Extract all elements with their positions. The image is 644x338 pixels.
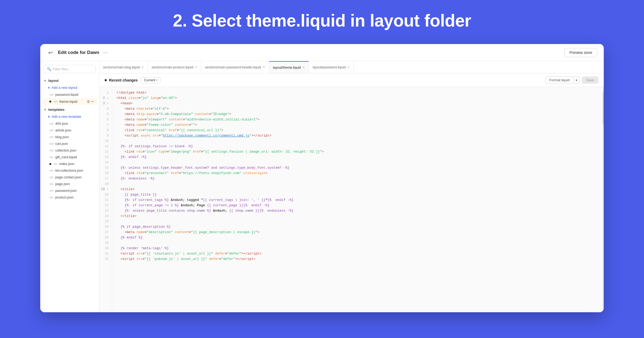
line-num-25: 25	[99, 219, 112, 224]
line-num-31: 31	[99, 251, 112, 256]
chevron-down-icon: ▾	[156, 79, 158, 82]
template-product[interactable]: </> product.json	[42, 194, 97, 201]
close-icon[interactable]: ✕	[302, 66, 305, 69]
file-icon: </>	[49, 129, 54, 132]
template-article[interactable]: </> article.json	[42, 127, 97, 134]
scroll-indicator	[603, 87, 604, 312]
current-label: Current	[144, 78, 155, 82]
template-gift-card[interactable]: </> gift_card.liquid	[42, 154, 97, 160]
line-num-21: 21	[99, 197, 112, 203]
tab-layout-password[interactable]: layout/password.liquid ✕	[309, 61, 354, 73]
edit-icon[interactable]: ✏	[91, 100, 94, 104]
code-editor[interactable]: 1 2 › 3 › 4 5 6 7 8 9 10 11 12 13 14 15 …	[99, 87, 604, 312]
template-index[interactable]: </> index.json	[42, 161, 97, 167]
file-icon: </>	[49, 196, 54, 199]
line-num-14: 14	[99, 160, 112, 165]
line-num-5: 5	[99, 112, 112, 117]
template-label: article.json	[55, 128, 94, 132]
format-liquid-dropdown[interactable]: ▾	[573, 76, 580, 84]
code-content[interactable]: <!doctype html> <html class="js" lang="e…	[112, 87, 603, 312]
layout-file-theme[interactable]: </> theme.liquid 🗑 ✏	[42, 98, 97, 105]
layout-section: ▼ layout + Add a new layout </> password…	[40, 77, 99, 105]
save-button[interactable]: Save	[582, 76, 598, 84]
template-label: 404.json	[55, 122, 94, 126]
line-num-27: 27	[99, 230, 112, 235]
line-numbers: 1 2 › 3 › 4 5 6 7 8 9 10 11 12 13 14 15 …	[99, 87, 112, 312]
line-num-28: 28	[99, 235, 112, 240]
template-label: gift_card.liquid	[55, 155, 94, 159]
templates-folder[interactable]: ▼ templates	[40, 106, 99, 113]
topbar-title: Edit code for Dawn	[58, 50, 99, 55]
layout-file-password[interactable]: </> password.liquid	[42, 91, 97, 98]
line-num-17: 17	[99, 176, 112, 181]
template-label: page.contact.json	[55, 175, 94, 179]
close-icon[interactable]: ✕	[141, 66, 144, 69]
template-label: cart.json	[55, 142, 94, 146]
file-icon: </>	[49, 169, 54, 172]
format-liquid-group: Format liquid ▾	[545, 76, 580, 84]
file-icon: </>	[49, 156, 54, 159]
template-password[interactable]: </> password.json	[42, 188, 97, 194]
template-page-contact[interactable]: </> page.contact.json	[42, 174, 97, 181]
close-icon[interactable]: ✕	[195, 66, 197, 69]
editor-window: ↩ Edit code for Dawn ··· Preview store 🔍…	[40, 44, 604, 312]
line-num-12: 12	[99, 149, 112, 155]
template-label: index.json	[59, 162, 94, 166]
template-page[interactable]: </> page.json	[42, 181, 97, 187]
chevron-down-icon: ▼	[43, 79, 47, 83]
tab-main-product[interactable]: sections/main-product.liquid ✕	[148, 61, 201, 73]
close-icon[interactable]: ✕	[347, 66, 350, 69]
file-icon: </>	[49, 142, 54, 145]
active-dot	[49, 101, 51, 102]
template-collection[interactable]: </> collection.json	[42, 147, 97, 154]
plus-icon: +	[48, 86, 50, 90]
active-dot	[49, 163, 51, 165]
add-layout-label: Add a new layout	[52, 86, 77, 90]
tab-label: layout/theme.liquid	[273, 66, 301, 69]
more-options-icon[interactable]: ···	[103, 49, 108, 56]
layout-folder[interactable]: ▼ layout	[40, 77, 99, 84]
line-num-32: 32	[99, 256, 112, 262]
line-num-29: 29	[99, 240, 112, 246]
tab-main-blog[interactable]: sections/main-blog.liquid ✕	[99, 61, 148, 73]
format-liquid-button[interactable]: Format liquid	[545, 76, 573, 84]
file-icon: </>	[49, 149, 54, 152]
line-num-15: 15	[99, 165, 112, 171]
current-button[interactable]: Current ▾	[141, 77, 160, 83]
line-num-18: 18	[99, 181, 112, 187]
templates-folder-label: templates	[48, 108, 65, 112]
add-layout-item[interactable]: + Add a new layout	[40, 84, 99, 91]
file-icon: </>	[53, 100, 58, 103]
preview-store-button[interactable]: Preview store	[564, 48, 597, 57]
template-label: list-collections.json	[55, 169, 94, 172]
sidebar: 🔍 Filter files... ▼ layout + Add a new l…	[40, 61, 99, 312]
plus-icon: +	[48, 115, 50, 119]
tabs-bar: sections/main-blog.liquid ✕ sections/mai…	[99, 61, 604, 74]
tab-layout-theme[interactable]: layout/theme.liquid ✕	[269, 61, 309, 73]
layout-file-password-label: password.liquid	[55, 93, 94, 97]
line-num-24: 24	[99, 214, 112, 219]
editor-area: sections/main-blog.liquid ✕ sections/mai…	[99, 61, 604, 312]
tab-label: layout/password.liquid	[313, 65, 346, 69]
template-label: page.json	[55, 182, 94, 186]
line-num-10: 10	[99, 138, 112, 144]
template-label: collection.json	[55, 149, 94, 152]
file-icon: </>	[49, 122, 54, 125]
item-actions: 🗑 ✏	[87, 100, 94, 104]
template-list-collections[interactable]: </> list-collections.json	[42, 167, 97, 174]
template-label: password.json	[55, 189, 94, 193]
template-blog[interactable]: </> blog.json	[42, 134, 97, 140]
add-template-label: Add a new template	[52, 115, 81, 119]
changes-dot	[105, 79, 107, 81]
recent-changes-label: Recent changes	[109, 78, 138, 82]
search-icon: 🔍	[47, 67, 51, 71]
line-num-22: 22	[99, 203, 112, 208]
filter-input[interactable]: 🔍 Filter files...	[43, 65, 96, 73]
template-cart[interactable]: </> cart.json	[42, 141, 97, 147]
tab-main-password-header[interactable]: sections/main-password-header.liquid ✕	[201, 61, 269, 73]
back-icon[interactable]: ↩	[47, 49, 54, 56]
delete-icon[interactable]: 🗑	[87, 100, 90, 104]
add-template-item[interactable]: + Add a new template	[40, 113, 99, 120]
template-404[interactable]: </> 404.json	[42, 120, 97, 127]
close-icon[interactable]: ✕	[263, 66, 265, 69]
